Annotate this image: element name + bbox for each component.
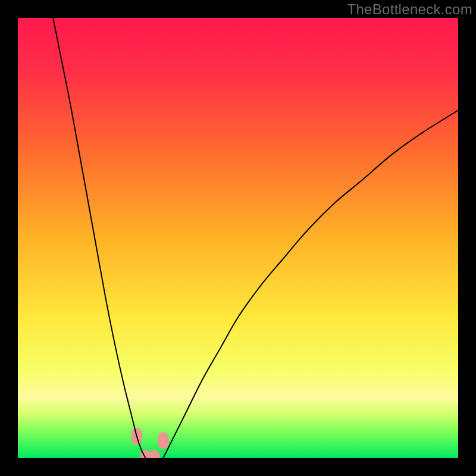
- watermark-text: TheBottleneck.com: [347, 1, 472, 18]
- svg-rect-3: [158, 432, 168, 449]
- chart-frame: TheBottleneck.com: [0, 0, 476, 476]
- bottleneck-chart: [18, 18, 458, 458]
- gradient-background: [18, 18, 458, 458]
